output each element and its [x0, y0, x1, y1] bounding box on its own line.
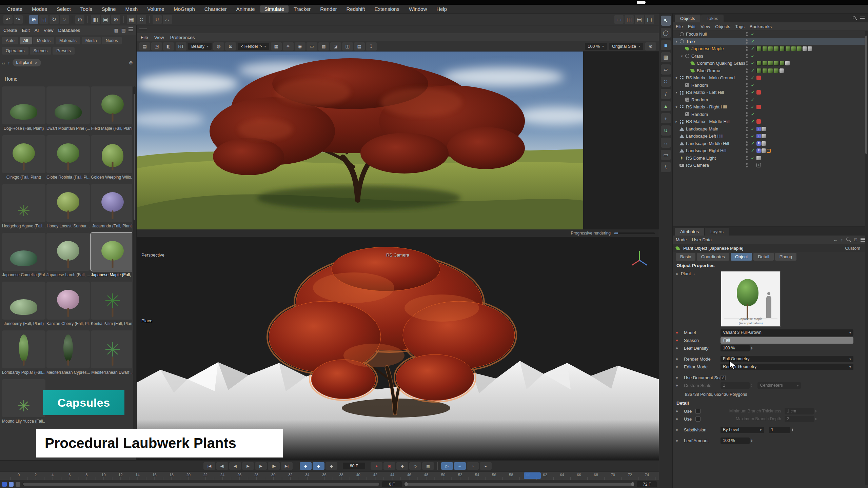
undo-icon[interactable]: ↶	[3, 15, 13, 24]
attr-tab-object[interactable]: Object	[731, 253, 752, 261]
attr-value-subdivision-mode[interactable]: By Level▾	[721, 427, 764, 433]
render-menu-file[interactable]: File	[141, 35, 148, 40]
object-row-japanese-maple[interactable]: Japanese Maple✓	[673, 45, 865, 53]
visibility-dots[interactable]	[745, 39, 749, 44]
asset-item-mound-lily-yucca-fall[interactable]: ✳Mound Lily Yucca (Fall...	[2, 379, 45, 424]
enabled-check-icon[interactable]: ✓	[749, 90, 756, 95]
visibility-dots[interactable]	[745, 90, 749, 95]
menu-tools[interactable]: Tools	[76, 5, 97, 13]
redshift-tag-icon[interactable]	[756, 119, 761, 124]
live-selection-icon[interactable]: ◯	[661, 28, 671, 38]
attr-value-editor-mode[interactable]: Render Geometry▾	[721, 364, 853, 370]
menu-tracker[interactable]: Tracker	[289, 5, 315, 13]
filter-tab-auto[interactable]: Auto	[2, 37, 18, 44]
asset-item-juneberry-fall-plant[interactable]: Juneberry (Fall, Plant)	[2, 282, 45, 326]
attr-value-render-mode[interactable]: Full Geometry▾	[721, 356, 853, 362]
material-swatch[interactable]	[785, 46, 790, 51]
axis-gizmo-icon[interactable]	[628, 248, 651, 272]
select-tool-icon[interactable]: ↖	[661, 16, 671, 26]
spin-down-icon[interactable]: ▼	[791, 430, 793, 432]
material-swatch[interactable]	[768, 46, 773, 51]
asset-item-field-maple-fall-plant[interactable]: Field Maple (Fall, Plant)	[91, 86, 132, 131]
enabled-check-icon[interactable]: ✓	[749, 75, 756, 80]
render-camera-select[interactable]: < Render > ▾	[238, 43, 269, 50]
asset-item-globe-robinia-fall-pl[interactable]: Globe Robinia (Fall, Pl...	[46, 135, 90, 180]
filter-stars-icon[interactable]: ✳	[283, 42, 294, 50]
attr-checkbox-use-document-scale[interactable]: ✓	[721, 375, 726, 380]
timeline-scrollbar[interactable]	[22, 482, 380, 486]
grid-snap-icon[interactable]: ▦	[127, 15, 136, 24]
menu-help[interactable]: Help	[432, 5, 451, 13]
panel-handle-icon[interactable]	[139, 28, 147, 30]
keyframe-dot[interactable]: ◆	[676, 384, 684, 387]
enabled-check-icon[interactable]: ✓	[749, 54, 756, 59]
texture-tag-icon[interactable]	[762, 127, 766, 131]
material-swatch[interactable]	[774, 68, 779, 73]
phong-tag-icon[interactable]: F	[756, 134, 761, 138]
asset-item-jacaranda-fall-plant[interactable]: Jacaranda (Fall, Plant)	[91, 184, 132, 229]
object-row-grass[interactable]: ▾Grass✓	[673, 53, 865, 60]
material-swatch[interactable]	[762, 46, 767, 51]
model-mode-icon[interactable]: ■	[661, 40, 671, 50]
menu-select[interactable]: Select	[52, 5, 75, 13]
asset-item-ginkgo-fall-plant[interactable]: Ginkgo (Fall, Plant)	[2, 135, 45, 180]
asset-item-japanese-larch-fall[interactable]: Japanese Larch (Fall, ...	[46, 233, 90, 278]
material-swatch[interactable]	[762, 68, 767, 73]
spinner-arrows[interactable]: ▲▼	[791, 428, 793, 432]
enabled-check-icon[interactable]: ✓	[749, 156, 756, 161]
visibility-dots[interactable]	[745, 156, 749, 160]
attr-value-leaf-amount[interactable]: 100 %	[721, 438, 750, 444]
goto-end-button[interactable]: ▶|	[281, 462, 293, 470]
edges-mode-icon[interactable]: /	[661, 89, 671, 99]
attr-value-leaf-density[interactable]: 100 %	[721, 345, 750, 351]
attr-value-season[interactable]: Fall	[721, 337, 853, 344]
aov-select[interactable]: Beauty ▾	[188, 43, 212, 50]
home-icon[interactable]: ⌂	[2, 60, 5, 65]
asset-item-kanzan-cherry-fall-pl[interactable]: Kanzan Cherry (Fall, Pl...	[46, 282, 90, 326]
visibility-dots[interactable]	[745, 119, 749, 124]
asset-scrollbar[interactable]	[133, 86, 136, 458]
attr-value-subdivision-level[interactable]: 1	[769, 427, 790, 433]
snapshot-icon[interactable]: ◫	[342, 42, 353, 50]
layer-color-icon[interactable]	[2, 482, 7, 487]
object-row-random[interactable]: Random✓	[673, 82, 865, 89]
film-icon[interactable]: ▤	[139, 42, 150, 50]
workplane-mode-icon[interactable]: ▱	[661, 64, 671, 75]
enabled-check-icon[interactable]: ✓	[749, 112, 756, 117]
expand-icon[interactable]: ›	[694, 272, 695, 276]
category-tab-presets[interactable]: Presets	[53, 47, 74, 55]
am-menu-mode[interactable]: Mode	[676, 237, 687, 242]
attr-value-maximum-branch-depth[interactable]: 3	[785, 416, 814, 422]
visibility-dots[interactable]	[745, 54, 749, 58]
texture-tag-icon[interactable]	[780, 68, 784, 73]
object-row-common-quaking-grass[interactable]: Common Quaking Grass✓	[673, 60, 865, 67]
measure-tool-icon[interactable]: ↔	[661, 138, 671, 148]
spin-down-icon[interactable]: ▼	[815, 419, 817, 421]
asset-item-japanese-maple-fall[interactable]: Japanese Maple (Fall, ...	[91, 233, 132, 278]
polygons-mode-icon[interactable]: ▲	[661, 101, 671, 111]
visibility-dots[interactable]	[745, 134, 749, 138]
object-row-rs-matrix-right-hill[interactable]: ▾RS Matrix - Right Hill✓	[673, 103, 865, 111]
asset-menu-edit[interactable]: Edit	[22, 28, 30, 33]
render-view-icon[interactable]: ◧	[91, 15, 100, 24]
texture-tag-icon[interactable]	[808, 46, 812, 51]
play-button[interactable]: ▶	[242, 462, 254, 470]
perspective-viewport[interactable]: Perspective RS Camera Place	[137, 237, 659, 460]
material-swatch[interactable]	[768, 61, 773, 66]
lock-small-icon[interactable]: ⊡	[225, 42, 236, 50]
render-settings-icon[interactable]: ⊛	[111, 15, 120, 24]
object-row-rs-matrix-main-ground[interactable]: ▾RS Matrix - Main Ground✓	[673, 74, 865, 82]
record-pla-button[interactable]: ▦	[422, 462, 434, 470]
safe-frames-icon[interactable]: ▭	[307, 42, 317, 50]
pen-tool-icon[interactable]: \	[661, 162, 671, 172]
keyframe-dot[interactable]: ◆	[676, 365, 684, 368]
interface-icon[interactable]: ▢	[645, 15, 654, 24]
next-frame-button[interactable]: ▶	[255, 462, 267, 470]
asset-menu-view[interactable]: View	[44, 28, 54, 33]
up-icon[interactable]: ↑	[841, 237, 843, 242]
object-row-rs-camera[interactable]: RS Camera+	[673, 162, 865, 169]
visibility-dots[interactable]	[745, 61, 749, 65]
tab-takes[interactable]: Takes	[701, 15, 724, 22]
redo-icon[interactable]: ↷	[14, 15, 23, 24]
keyframe-dot[interactable]: ◆	[676, 417, 684, 421]
